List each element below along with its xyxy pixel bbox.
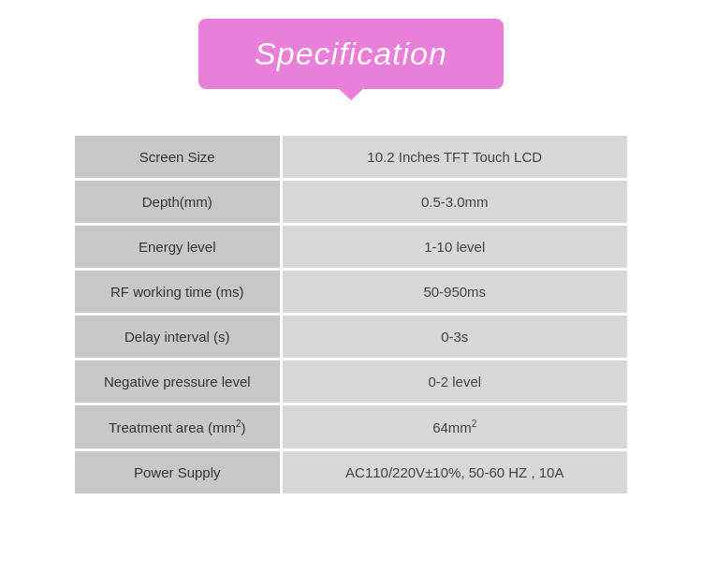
table-row: Power SupplyAC110/220V±10%, 50-60 HZ , 1…	[75, 450, 627, 495]
row-value: 10.2 Inches TFT Touch LCD	[281, 136, 627, 180]
row-label: RF working time (ms)	[75, 270, 281, 315]
spec-table: Screen Size10.2 Inches TFT Touch LCDDept…	[75, 136, 627, 496]
row-value: 0.5-3.0mm	[281, 180, 627, 225]
row-label: Screen Size	[75, 136, 281, 180]
row-label: Negative pressure level	[75, 360, 281, 404]
table-row: Depth(mm)0.5-3.0mm	[75, 180, 627, 225]
table-row: Negative pressure level0-2 level	[75, 360, 627, 404]
row-label: Treatment area (mm2)	[75, 404, 281, 450]
row-label: Delay interval (s)	[75, 315, 281, 360]
row-label: Depth(mm)	[75, 180, 281, 225]
table-row: Screen Size10.2 Inches TFT Touch LCD	[75, 136, 627, 180]
row-value: 50-950ms	[281, 270, 627, 315]
page-container: Specification Screen Size10.2 Inches TFT…	[0, 0, 702, 588]
row-label: Power Supply	[75, 450, 281, 495]
table-row: RF working time (ms)50-950ms	[75, 270, 627, 315]
table-row: Energy level1-10 level	[75, 225, 627, 270]
row-label: Energy level	[75, 225, 281, 270]
page-title: Specification	[255, 36, 447, 71]
row-value: 0-2 level	[281, 360, 627, 404]
table-row: Treatment area (mm2)64mm2	[75, 404, 627, 450]
row-value: 64mm2	[281, 404, 627, 450]
row-value: AC110/220V±10%, 50-60 HZ , 10A	[281, 450, 627, 495]
title-banner: Specification	[198, 19, 504, 89]
table-row: Delay interval (s)0-3s	[75, 315, 627, 360]
row-value: 1-10 level	[281, 225, 627, 270]
row-value: 0-3s	[281, 315, 627, 360]
